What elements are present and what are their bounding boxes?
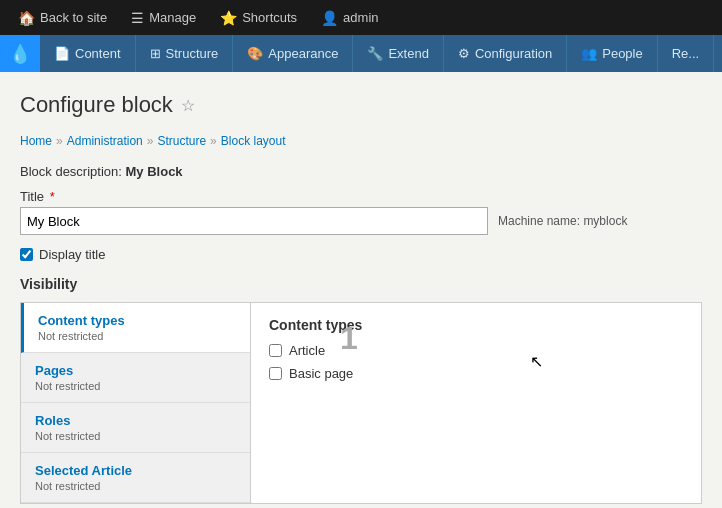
breadcrumb: Home » Administration » Structure » Bloc…: [20, 134, 702, 148]
title-input[interactable]: [20, 207, 488, 235]
home-icon: 🏠: [18, 10, 35, 26]
breadcrumb-sep-2: »: [147, 134, 154, 148]
breadcrumb-sep-1: »: [56, 134, 63, 148]
basic-page-label: Basic page: [289, 366, 353, 381]
shortcuts-button[interactable]: ⭐ Shortcuts: [210, 6, 307, 30]
tab-content-types[interactable]: Content types Not restricted: [21, 303, 250, 353]
breadcrumb-administration[interactable]: Administration: [67, 134, 143, 148]
content-type-basic-page-row: Basic page: [269, 366, 683, 381]
menu-icon: ☰: [131, 10, 144, 26]
article-checkbox[interactable]: [269, 344, 282, 357]
back-to-site-button[interactable]: 🏠 Back to site: [8, 6, 117, 30]
breadcrumb-home[interactable]: Home: [20, 134, 52, 148]
title-field-row: Title * Machine name: myblock: [20, 189, 702, 235]
basic-page-checkbox[interactable]: [269, 367, 282, 380]
people-icon: 👥: [581, 46, 597, 61]
nav-content[interactable]: 📄 Content: [40, 35, 136, 72]
appearance-icon: 🎨: [247, 46, 263, 61]
visibility-tabs-sidebar: Content types Not restricted Pages Not r…: [21, 303, 251, 503]
configuration-icon: ⚙: [458, 46, 470, 61]
title-label: Title *: [20, 189, 702, 204]
nav-extend[interactable]: 🔧 Extend: [353, 35, 443, 72]
nav-structure[interactable]: ⊞ Structure: [136, 35, 234, 72]
display-title-label: Display title: [39, 247, 105, 262]
machine-name-label: Machine name: myblock: [498, 214, 627, 228]
page-content: Configure block ☆ Home » Administration …: [0, 72, 722, 508]
content-types-title: Content types: [269, 317, 683, 333]
manage-button[interactable]: ☰ Manage: [121, 6, 206, 30]
tab-roles[interactable]: Roles Not restricted: [21, 403, 250, 453]
user-icon: 👤: [321, 10, 338, 26]
display-title-row: Display title: [20, 247, 702, 262]
secondary-nav: 💧 📄 Content ⊞ Structure 🎨 Appearance 🔧 E…: [0, 35, 722, 72]
tab-pages[interactable]: Pages Not restricted: [21, 353, 250, 403]
page-title: Configure block ☆: [20, 92, 702, 118]
breadcrumb-sep-3: »: [210, 134, 217, 148]
visibility-label: Visibility: [20, 276, 702, 292]
breadcrumb-block-layout[interactable]: Block layout: [221, 134, 286, 148]
required-marker: *: [50, 189, 55, 204]
display-title-checkbox[interactable]: [20, 248, 33, 261]
drupal-logo[interactable]: 💧: [0, 35, 40, 72]
bookmark-icon[interactable]: ☆: [181, 96, 195, 115]
visibility-section: Visibility Content types Not restricted …: [20, 276, 702, 504]
content-type-article-row: Article: [269, 343, 683, 358]
tab-selected-article[interactable]: Selected Article Not restricted: [21, 453, 250, 503]
structure-icon: ⊞: [150, 46, 161, 61]
visibility-tab-content: Content types Article Basic page: [251, 303, 701, 503]
shortcuts-icon: ⭐: [220, 10, 237, 26]
admin-bar: 🏠 Back to site ☰ Manage ⭐ Shortcuts 👤 ad…: [0, 0, 722, 35]
drupal-icon: 💧: [9, 43, 31, 65]
article-label: Article: [289, 343, 325, 358]
block-description-row: Block description: My Block: [20, 164, 702, 179]
nav-appearance[interactable]: 🎨 Appearance: [233, 35, 353, 72]
breadcrumb-structure[interactable]: Structure: [157, 134, 206, 148]
nav-people[interactable]: 👥 People: [567, 35, 657, 72]
extend-icon: 🔧: [367, 46, 383, 61]
nav-configuration[interactable]: ⚙ Configuration: [444, 35, 567, 72]
nav-reports[interactable]: Re...: [658, 35, 714, 72]
visibility-container: Content types Not restricted Pages Not r…: [20, 302, 702, 504]
content-icon: 📄: [54, 46, 70, 61]
admin-user-button[interactable]: 👤 admin: [311, 6, 388, 30]
